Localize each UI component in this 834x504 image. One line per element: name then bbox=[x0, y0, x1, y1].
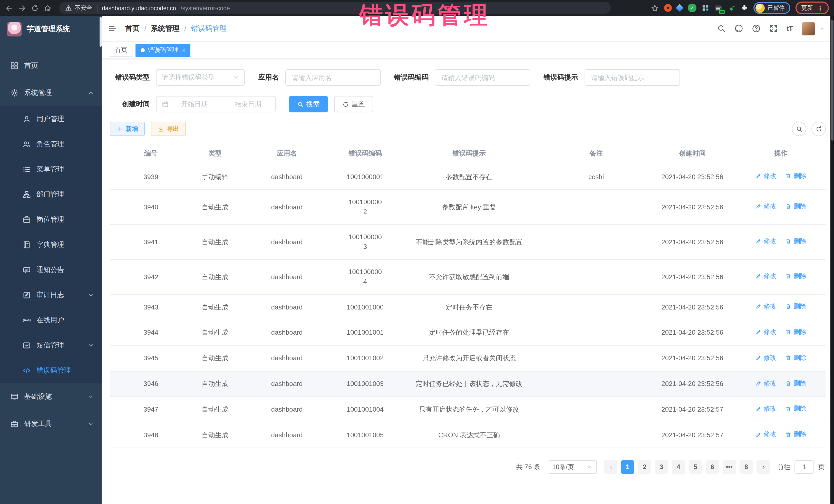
edit-link[interactable]: 修改 bbox=[755, 237, 776, 246]
sidebar-item[interactable]: 菜单管理 bbox=[0, 156, 102, 182]
sidebar-nav: 首页 系统管理 用户管理 角色管理 菜单管理 部门管理 岗位管理 字典管理 通知… bbox=[0, 43, 102, 437]
page-size-select[interactable]: 10条/页 bbox=[548, 460, 597, 474]
sidebar-item[interactable]: 角色管理 bbox=[0, 131, 102, 156]
edit-link[interactable]: 修改 bbox=[755, 302, 776, 311]
sidebar-item[interactable]: 错误码管理 bbox=[0, 358, 102, 383]
app-name-input[interactable] bbox=[285, 69, 380, 86]
sidebar-item[interactable]: 岗位管理 bbox=[0, 207, 102, 232]
delete-link[interactable]: 删除 bbox=[786, 404, 807, 414]
tag-home[interactable]: 首页 bbox=[110, 43, 132, 57]
app-logo-row[interactable]: 芋道管理系统 bbox=[0, 16, 102, 43]
bookmark-star-icon[interactable] bbox=[651, 4, 659, 12]
cell-app: dashboard bbox=[238, 190, 336, 224]
goto-page-input[interactable] bbox=[794, 460, 814, 474]
error-hint-input[interactable] bbox=[584, 69, 680, 86]
help-icon[interactable] bbox=[752, 24, 760, 33]
sidebar-item[interactable]: 系统管理 bbox=[0, 79, 102, 106]
delete-link[interactable]: 删除 bbox=[786, 202, 807, 212]
sidebar-item[interactable]: 部门管理 bbox=[0, 182, 102, 207]
scrollbar-thumb[interactable] bbox=[831, 20, 833, 140]
edit-link[interactable]: 修改 bbox=[755, 404, 776, 414]
prev-page-button[interactable] bbox=[604, 460, 617, 474]
sidebar-item[interactable]: 用户管理 bbox=[0, 106, 102, 131]
search-icon[interactable] bbox=[717, 24, 725, 33]
delete-link[interactable]: 删除 bbox=[786, 237, 807, 246]
sidebar-item[interactable]: 首页 bbox=[0, 52, 102, 79]
tag-close-icon[interactable]: × bbox=[182, 47, 185, 53]
chrome-update-button[interactable]: 更新 ⋮ bbox=[795, 2, 829, 14]
delete-link[interactable]: 删除 bbox=[786, 302, 807, 311]
sidebar-item[interactable]: 字典管理 bbox=[0, 232, 102, 257]
sidebar-item[interactable]: 审计日志 bbox=[0, 282, 102, 307]
page-button[interactable]: 3 bbox=[655, 460, 668, 474]
home-icon[interactable] bbox=[44, 4, 52, 12]
delete-link[interactable]: 删除 bbox=[786, 171, 807, 181]
overflow-menu-icon[interactable]: ⋮ bbox=[817, 4, 823, 12]
toggle-search-button[interactable] bbox=[792, 122, 806, 136]
delete-link[interactable]: 删除 bbox=[786, 327, 807, 337]
edit-link[interactable]: 修改 bbox=[755, 171, 776, 181]
page-button[interactable]: 8 bbox=[740, 460, 753, 474]
add-button[interactable]: 新增 bbox=[110, 122, 145, 136]
edit-link[interactable]: 修改 bbox=[755, 430, 776, 440]
user-avatar[interactable] bbox=[802, 22, 815, 35]
breadcrumb-system[interactable]: 系统管理 bbox=[151, 24, 180, 33]
refresh-table-button[interactable] bbox=[811, 122, 826, 136]
search-button[interactable]: 搜索 bbox=[289, 96, 328, 112]
page-button-active[interactable]: 1 bbox=[621, 460, 634, 474]
sidebar-item[interactable]: 研发工具 bbox=[0, 410, 102, 437]
avatar-caret-icon[interactable] bbox=[820, 26, 825, 31]
address-bar[interactable]: 不安全 dashboard.yudao.iocoder.cn/system/er… bbox=[59, 2, 611, 14]
page-button[interactable]: 2 bbox=[638, 460, 651, 474]
cell-hint: 只有开启状态的任务，才可以修改 bbox=[395, 397, 544, 422]
edit-link[interactable]: 修改 bbox=[755, 271, 776, 281]
delete-link[interactable]: 删除 bbox=[786, 430, 807, 440]
active-dot-icon bbox=[140, 48, 145, 52]
security-label: 不安全 bbox=[74, 4, 92, 12]
extension-icon-grid[interactable] bbox=[702, 4, 709, 12]
error-type-select[interactable]: 请选择错误码类型 bbox=[156, 69, 245, 86]
sidebar-item[interactable]: 通知公告 bbox=[0, 257, 102, 282]
font-size-icon[interactable] bbox=[787, 25, 793, 32]
edit-link[interactable]: 修改 bbox=[755, 202, 776, 212]
export-button[interactable]: 导出 bbox=[151, 122, 186, 136]
forward-icon[interactable] bbox=[18, 4, 26, 12]
page-button[interactable]: 5 bbox=[689, 460, 702, 474]
edit-link[interactable]: 修改 bbox=[755, 327, 776, 337]
page-button[interactable]: ••• bbox=[723, 460, 736, 474]
delete-link[interactable]: 删除 bbox=[786, 271, 807, 281]
cell-code: 100100000 4 bbox=[336, 259, 395, 294]
reload-icon[interactable] bbox=[31, 4, 39, 12]
sidebar-item[interactable]: 在线用户 bbox=[0, 307, 102, 333]
cell-code: 1001001005 bbox=[336, 422, 395, 448]
fullscreen-icon[interactable] bbox=[769, 24, 778, 33]
page-button[interactable]: 6 bbox=[706, 460, 719, 474]
hamburger-icon[interactable] bbox=[108, 24, 117, 33]
cell-hint: 参数配置 key 重复 bbox=[395, 190, 544, 224]
delete-link[interactable]: 删除 bbox=[786, 378, 807, 388]
profile-paused-badge[interactable]: 已暂停 bbox=[753, 2, 790, 14]
extension-icon-leaf[interactable] bbox=[728, 4, 736, 12]
delete-link[interactable]: 删除 bbox=[786, 353, 807, 363]
sidebar-item[interactable]: 基础设施 bbox=[0, 383, 102, 410]
back-icon[interactable] bbox=[5, 4, 13, 12]
edit-link[interactable]: 修改 bbox=[755, 353, 776, 363]
breadcrumb-home[interactable]: 首页 bbox=[125, 24, 139, 33]
page-scrollbar[interactable] bbox=[830, 16, 834, 504]
reset-button[interactable]: 重置 bbox=[334, 96, 373, 112]
date-range-picker[interactable]: 开始日期 - 结束日期 bbox=[156, 96, 276, 112]
extension-icon-green-check[interactable] bbox=[688, 4, 697, 12]
sidebar-item[interactable]: 短信管理 bbox=[0, 333, 102, 358]
edit-link[interactable]: 修改 bbox=[755, 378, 776, 388]
next-page-button[interactable] bbox=[756, 460, 770, 474]
sidebar-scrollbar[interactable] bbox=[100, 17, 102, 47]
github-icon[interactable] bbox=[734, 24, 743, 33]
extension-icon-gem[interactable] bbox=[676, 4, 684, 12]
error-code-input[interactable] bbox=[435, 69, 530, 86]
extension-icon-switch[interactable]: on bbox=[715, 4, 723, 12]
security-warning[interactable]: 不安全 bbox=[65, 4, 97, 12]
page-button[interactable]: 4 bbox=[672, 460, 685, 474]
tag-error-code-active[interactable]: 错误码管理 × bbox=[135, 43, 191, 57]
extension-icon-orange[interactable] bbox=[664, 4, 672, 12]
extensions-puzzle-icon[interactable] bbox=[741, 4, 748, 12]
